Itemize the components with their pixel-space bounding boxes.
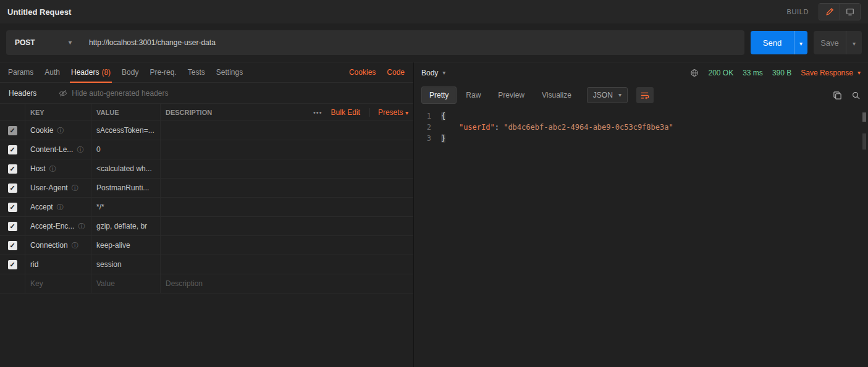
header-key-cell[interactable]: Cookieⓘ: [25, 121, 91, 140]
tab-pretty[interactable]: Pretty: [421, 86, 457, 104]
tab-raw[interactable]: Raw: [458, 86, 489, 104]
tab-auth[interactable]: Auth: [39, 62, 65, 82]
tab-pre-request[interactable]: Pre-req.: [144, 62, 182, 82]
header-value-cell[interactable]: */*: [91, 198, 161, 216]
url-value: http://localhost:3001/change-user-data: [89, 38, 216, 47]
header-key-cell[interactable]: Acceptⓘ: [25, 198, 91, 216]
header-key-cell[interactable]: Accept-Enc...ⓘ: [25, 217, 91, 235]
tab-tests[interactable]: Tests: [182, 62, 211, 82]
topbar-icon-group: [819, 3, 861, 20]
globe-icon[interactable]: [690, 69, 699, 77]
header-description-cell[interactable]: [161, 217, 413, 235]
table-row: ✓ User-Agentⓘ PostmanRunti...: [0, 179, 413, 198]
scrollbar-thumb[interactable]: [862, 112, 866, 122]
response-size: 390 B: [772, 69, 791, 77]
table-row: ✓ Acceptⓘ */*: [0, 198, 413, 217]
save-options-button[interactable]: ▾: [846, 31, 862, 54]
row-checkbox[interactable]: ✓: [8, 203, 17, 212]
value-input[interactable]: Value: [91, 274, 161, 293]
tab-preview[interactable]: Preview: [490, 86, 533, 104]
row-checkbox[interactable]: ✓: [8, 126, 17, 135]
response-body-viewer[interactable]: 1 { 2 "userId": "db4c6ebf-abc2-4964-abe9…: [414, 108, 868, 367]
check-icon: ✓: [9, 166, 15, 172]
save-response-dropdown[interactable]: Save Response ▾: [801, 69, 861, 77]
row-checkbox[interactable]: ✓: [8, 260, 17, 269]
send-options-button[interactable]: ▾: [794, 31, 807, 54]
header-description-cell[interactable]: [161, 159, 413, 178]
search-icon[interactable]: [851, 91, 861, 100]
check-icon: ✓: [9, 223, 15, 230]
header-value-cell[interactable]: <calculated wh...: [91, 159, 161, 178]
chevron-down-icon: ▾: [799, 40, 803, 47]
key-input[interactable]: Key: [25, 274, 91, 293]
hide-autogenerated-toggle[interactable]: Hide auto-generated headers: [59, 89, 168, 98]
wrap-text-button[interactable]: [636, 87, 654, 103]
tab-visualize[interactable]: Visualize: [534, 86, 579, 104]
description-input[interactable]: Description: [161, 274, 413, 293]
info-icon: ⓘ: [78, 222, 85, 231]
column-description-cell: DESCRIPTION ••• Bulk Edit Presets ▾: [161, 104, 413, 120]
tab-settings[interactable]: Settings: [211, 62, 248, 82]
url-input[interactable]: http://localhost:3001/change-user-data: [80, 30, 744, 55]
header-value-cell[interactable]: session: [91, 255, 161, 274]
header-key-cell[interactable]: Connectionⓘ: [25, 236, 91, 255]
check-icon: ✓: [9, 146, 15, 153]
scrollbar-thumb[interactable]: [862, 133, 866, 150]
info-icon: ⓘ: [57, 126, 64, 135]
check-icon: ✓: [9, 204, 15, 211]
header-description-cell[interactable]: [161, 179, 413, 197]
tab-body[interactable]: Body: [116, 62, 144, 82]
row-checkbox[interactable]: ✓: [8, 145, 17, 154]
console-button[interactable]: [840, 4, 860, 20]
more-options-icon[interactable]: •••: [313, 109, 322, 116]
header-value-cell[interactable]: sAccessToken=...: [91, 121, 161, 140]
line-number: 1: [414, 111, 441, 122]
header-value-cell[interactable]: keep-alive: [91, 236, 161, 255]
header-description-cell[interactable]: [161, 236, 413, 255]
row-checkbox[interactable]: ✓: [8, 222, 17, 231]
column-description: DESCRIPTION: [166, 109, 212, 116]
status-badge: 200 OK: [708, 69, 733, 77]
header-value-cell[interactable]: gzip, deflate, br: [91, 217, 161, 235]
postman-app: Untitled Request BUILD POST ▾ http://loc…: [0, 0, 868, 367]
header-description-cell[interactable]: [161, 198, 413, 216]
column-value: VALUE: [91, 104, 161, 120]
header-description-cell[interactable]: [161, 255, 413, 274]
headers-table: KEY VALUE DESCRIPTION ••• Bulk Edit Pres…: [0, 103, 413, 293]
check-icon: ✓: [9, 261, 15, 268]
row-checkbox[interactable]: ✓: [8, 184, 17, 193]
editor-scrollbar[interactable]: [862, 108, 866, 367]
close-brace: }: [441, 134, 445, 143]
header-key-cell[interactable]: rid: [25, 255, 91, 274]
save-button-group: Save ▾: [814, 31, 862, 54]
line-number: 3: [414, 133, 441, 144]
chevron-down-icon: ▾: [618, 92, 622, 98]
send-button[interactable]: Send: [751, 31, 794, 54]
code-link[interactable]: Code: [387, 68, 405, 77]
edit-request-button[interactable]: [819, 4, 840, 20]
chevron-down-icon: ▾: [853, 40, 856, 47]
response-panel: Body ▾ 200 OK 33 ms 390 B Save Response …: [414, 62, 868, 367]
header-description-cell[interactable]: [161, 121, 413, 140]
cookies-link[interactable]: Cookies: [349, 68, 376, 77]
check-icon: ✓: [9, 127, 15, 134]
header-value-cell[interactable]: 0: [91, 140, 161, 159]
table-row: ✓ Content-Le...ⓘ 0: [0, 140, 413, 159]
header-value-cell[interactable]: PostmanRunti...: [91, 179, 161, 197]
save-button[interactable]: Save: [814, 31, 846, 54]
row-checkbox[interactable]: ✓: [8, 241, 17, 250]
format-select[interactable]: JSON ▾: [587, 87, 628, 103]
copy-icon[interactable]: [833, 91, 842, 100]
header-key-cell[interactable]: Hostⓘ: [25, 159, 91, 178]
tab-params[interactable]: Params: [2, 62, 39, 82]
header-key-cell[interactable]: User-Agentⓘ: [25, 179, 91, 197]
header-key-cell[interactable]: Content-Le...ⓘ: [25, 140, 91, 159]
header-description-cell[interactable]: [161, 140, 413, 159]
bulk-edit-link[interactable]: Bulk Edit: [331, 108, 360, 117]
row-checkbox[interactable]: ✓: [8, 164, 17, 174]
method-select[interactable]: POST ▾: [6, 30, 80, 55]
code-line: 1 {: [414, 111, 868, 122]
tab-headers[interactable]: Headers (8): [65, 62, 116, 82]
presets-dropdown[interactable]: Presets ▾: [378, 108, 408, 117]
response-body-dropdown[interactable]: Body ▾: [421, 69, 445, 77]
